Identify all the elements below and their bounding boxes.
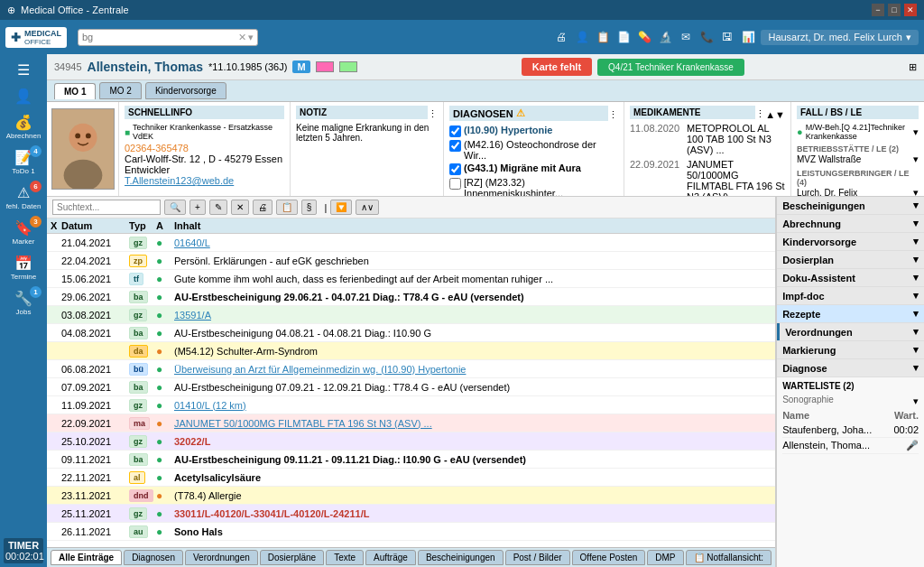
maximize-button[interactable]: □ (888, 4, 901, 16)
bottom-tab-post[interactable]: Post / Bilder (505, 550, 570, 565)
kindervorsorge-header[interactable]: Kindervorsorge ▾ (777, 233, 924, 250)
medikamente-down-icon[interactable]: ▼ (775, 109, 785, 120)
journal-toolbar-btn-5[interactable]: 📋 (276, 200, 298, 215)
toolbar-icon-2[interactable]: 👤 (573, 28, 591, 46)
bottom-tab-diagnosen[interactable]: Diagnosen (124, 550, 183, 565)
journal-row-2[interactable]: 15.06.2021 tf ● Gute komme ihm wohl auch… (47, 270, 775, 288)
journal-row-15[interactable]: 25.11.2021 gz ● 33011/L-40120/L-33041/L-… (47, 505, 775, 523)
journal-row-14[interactable]: 23.11.2021 dnd ● (T78.4) Allergie (47, 487, 775, 505)
toolbar-search-box[interactable]: ✕ ▾ (78, 29, 258, 46)
search-dropdown-icon[interactable]: ▾ (248, 32, 254, 43)
verordnungen-header[interactable]: Verordnungen ▾ (777, 323, 924, 340)
sidebar-todo[interactable]: 📝 ToDo 1 4 (4, 145, 43, 179)
sidebar-jobs[interactable]: 🔧 Jobs 1 (4, 286, 43, 320)
toolbar-icon-3[interactable]: 📋 (594, 28, 612, 46)
tab-mo1[interactable]: MO 1 (54, 83, 96, 99)
user-info[interactable]: Hausarzt, Dr. med. Felix Lurch ▾ (761, 30, 919, 45)
sidebar-abrechnen[interactable]: 💰 Abrechnen (4, 110, 43, 144)
diagnose-check-1[interactable] (449, 140, 461, 152)
toolbar-icon-5[interactable]: 💊 (635, 28, 653, 46)
journal-search-btn[interactable]: 🔍 (164, 200, 186, 215)
journal-row-8[interactable]: 07.09.2021 ba ● AU-Erstbescheinigung 07.… (47, 378, 775, 396)
journal-row-13[interactable]: 22.11.2021 al ● Acetylsalicylsäure (47, 469, 775, 487)
journal-row-1[interactable]: 22.04.2021 zp ● Persönl. Erklärungen - a… (47, 252, 775, 270)
bottom-tab-dmp[interactable]: DMP (647, 550, 683, 565)
journal-row-6[interactable]: da ● (M54.12) Schulter-Arm-Syndrom (47, 342, 775, 360)
schnellinfo-email[interactable]: T.Allenstein123@web.de (125, 175, 234, 186)
diagnosen-options-icon[interactable]: ⋮ (608, 109, 618, 121)
sidebar-marker[interactable]: 🔖 Marker 3 (4, 216, 43, 249)
journal-row-4[interactable]: 03.08.2021 gz ● 13591/A (47, 306, 775, 324)
journal-row-10[interactable]: 22.09.2021 ma ● JANUMET 50/1000MG FILMTA… (47, 414, 775, 432)
close-button[interactable]: ✕ (904, 4, 917, 16)
sidebar-menu[interactable]: ☰ (4, 58, 43, 82)
fall-dropdown-icon[interactable]: ▾ (913, 126, 919, 138)
minimize-button[interactable]: − (872, 4, 884, 16)
journal-row-11[interactable]: 25.10.2021 gz ● 32022/L (47, 432, 775, 451)
krankenkasse-button[interactable]: Q4/21 Techniker Krankenkasse (597, 59, 744, 76)
warteliste-item-1[interactable]: Allenstein, Thoma... 🎤 (782, 438, 919, 454)
bottom-tab-alle[interactable]: Alle Einträge (51, 550, 122, 565)
journal-row-0[interactable]: 21.04.2021 gz ● 01640/L (47, 234, 775, 252)
toolbar-search-input[interactable] (82, 32, 238, 42)
journal-toolbar: 🔍 + ✎ ✕ 🖨 📋 § | 🔽 ∧∨ (47, 197, 775, 218)
color-box-pink[interactable] (316, 61, 334, 72)
journal-row-5[interactable]: 04.08.2021 ba ● AU-Erstbescheinigung 04.… (47, 324, 775, 342)
doku-header[interactable]: Doku-Assistent ▾ (777, 269, 924, 286)
bottom-tab-offene[interactable]: Offene Posten (572, 550, 646, 565)
markierung-header[interactable]: Markierung ▾ (777, 341, 924, 358)
toolbar-icon-4[interactable]: 📄 (614, 28, 633, 46)
journal-row-16[interactable]: 26.11.2021 au ● Sono Hals (47, 523, 775, 541)
fall-betrieb-dropdown[interactable]: ▾ (913, 153, 919, 165)
journal-row-7[interactable]: 06.08.2021 bü ● Überweisung an Arzt für … (47, 360, 775, 378)
diagnose-check-0[interactable] (449, 125, 461, 137)
sidebar-patient[interactable]: 👤 (4, 84, 43, 108)
toolbar-icon-7[interactable]: ✉ (677, 28, 695, 46)
search-clear-icon[interactable]: ✕ (238, 32, 246, 43)
tab-mo2[interactable]: MO 2 (99, 82, 141, 99)
bottom-tab-notfall[interactable]: 📋 Notfallansicht: (686, 550, 772, 565)
warteliste-dropdown[interactable]: ▾ (913, 395, 919, 407)
toolbar-icon-9[interactable]: 🖫 (718, 28, 736, 46)
journal-toolbar-btn-4[interactable]: 🖨 (253, 200, 273, 215)
dosierplan-header[interactable]: Dosierplan ▾ (777, 251, 924, 268)
notiz-options-icon[interactable]: ⋮ (428, 108, 438, 120)
journal-toolbar-btn-2[interactable]: ✎ (209, 200, 227, 215)
abrechnung-header[interactable]: Abrechnung ▾ (777, 215, 924, 232)
journal-row-12[interactable]: 09.11.2021 ba ● AU-Erstbescheinigung 09.… (47, 451, 775, 469)
karte-fehlt-button[interactable]: Karte fehlt (522, 58, 592, 76)
sidebar-termine[interactable]: 📅 Termine (4, 251, 43, 284)
journal-search-input[interactable] (52, 200, 161, 215)
journal-sort-btn[interactable]: ∧∨ (356, 200, 379, 215)
bottom-tab-verordnungen[interactable]: Verordnungen (185, 550, 258, 565)
bottom-tab-bescheinigungen[interactable]: Bescheinigungen (418, 550, 504, 565)
impfdoc-header[interactable]: Impf-doc ▾ (777, 287, 924, 304)
patient-options-icon[interactable]: ⊞ (909, 61, 917, 73)
rezepte-header[interactable]: Rezepte ▾ (777, 305, 924, 322)
tab-kindervorsorge[interactable]: Kindervorsorge (145, 82, 226, 99)
color-box-green[interactable] (339, 61, 357, 72)
medikamente-options-icon[interactable]: ⋮ (755, 108, 765, 120)
diagnose-check-3[interactable] (449, 178, 461, 190)
journal-row-9[interactable]: 11.09.2021 gz ● 01410/L (12 km) (47, 396, 775, 414)
journal-toolbar-btn-1[interactable]: + (189, 200, 206, 215)
toolbar-icon-6[interactable]: 🔬 (656, 28, 674, 46)
diagnose-check-2[interactable] (449, 163, 461, 175)
journal-filter-btn[interactable]: 🔽 (330, 200, 352, 215)
fall-leist-dropdown[interactable]: ▾ (913, 187, 919, 196)
diagnose-header[interactable]: Diagnose ▾ (777, 359, 924, 376)
journal-toolbar-btn-6[interactable]: § (301, 200, 318, 215)
warteliste-item-0[interactable]: Staufenberg, Joha... 00:02 (782, 423, 919, 438)
bottom-tab-texte[interactable]: Texte (326, 550, 364, 565)
bottom-tab-dosierpläne[interactable]: Dosierpläne (260, 550, 324, 565)
bescheinigungen-header[interactable]: Bescheinigungen ▾ (777, 197, 924, 214)
toolbar-icon-10[interactable]: 📊 (739, 28, 757, 46)
journal-toolbar-btn-3[interactable]: ✕ (231, 200, 249, 215)
journal-row-3[interactable]: 29.06.2021 ba ● AU-Erstbescheinigung 29.… (47, 288, 775, 306)
sidebar-fehl[interactable]: ⚠ fehl. Daten 6 (4, 181, 43, 214)
diagnose-item-1: (M42.16) Osteochondrose der Wir... (449, 139, 618, 161)
bottom-tab-aufträge[interactable]: Aufträge (365, 550, 416, 565)
medikamente-up-icon[interactable]: ▲ (765, 109, 775, 120)
toolbar-icon-1[interactable]: 🖨 (552, 28, 570, 46)
toolbar-icon-8[interactable]: 📞 (698, 28, 716, 46)
